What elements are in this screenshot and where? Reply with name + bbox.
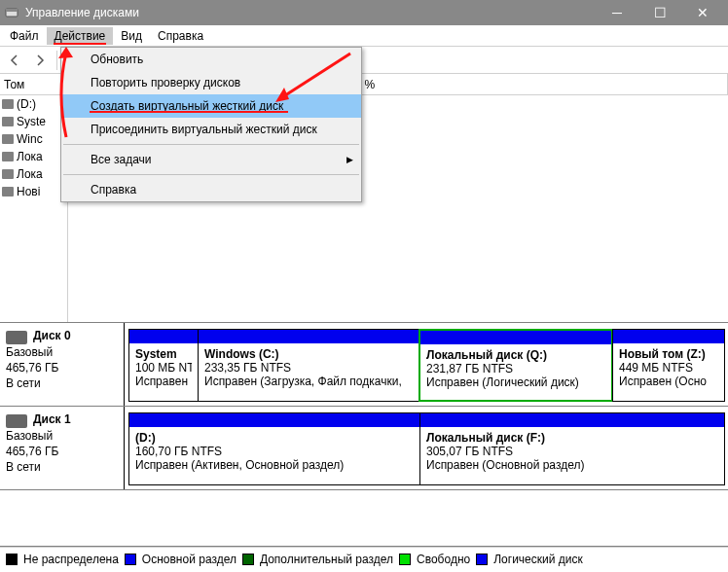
menu-refresh[interactable]: Обновить [61,48,361,71]
swatch-logical [476,554,488,565]
disk-map-pane: Диск 0 Базовый 465,76 ГБ В сети System10… [0,323,728,547]
annotation-underline [90,111,288,113]
cell-freepct: 76 % [302,165,728,183]
swatch-free [399,554,411,565]
disk-row-1: Диск 1 Базовый 465,76 ГБ В сети (D:)160,… [0,407,728,490]
partition-size: 160,70 ГБ NTFS [135,445,414,458]
disk-icon [6,414,27,428]
partition-system[interactable]: System100 МБ NTFИсправен (С [128,329,199,402]
partition-new-z[interactable]: Новый том (Z:)449 МБ NTFSИсправен (Осно [612,329,725,402]
legend: Не распределена Основной раздел Дополнит… [0,547,728,570]
close-button[interactable]: ✕ [681,0,724,25]
legend-extended: Дополнительный раздел [260,553,393,566]
app-icon [4,5,19,20]
partition-size: 100 МБ NTF [135,361,192,375]
menu-help[interactable]: Справка [150,27,211,45]
volume-row[interactable]: Лока [0,165,67,183]
volume-row[interactable]: Syste [0,113,67,130]
window-title: Управление дисками [25,6,596,19]
partition-name: (D:) [135,431,414,445]
partition-size: 449 МБ NTFS [619,361,718,375]
menu-view[interactable]: Вид [113,27,150,45]
partition-status: Исправен (Активен, Основной раздел) [135,458,414,472]
menu-all-tasks[interactable]: Все задачи [61,148,361,171]
volume-name-column: Том (D:) Syste Winc Лока Лока Нові [0,74,68,322]
maximize-button[interactable]: ☐ [638,0,681,25]
partition-bar [420,413,724,427]
partition-status: Исправен (Загрузка, Файл подкачки, [204,375,413,388]
disk-info[interactable]: Диск 1 Базовый 465,76 ГБ В сети [0,407,125,489]
menu-file[interactable]: Файл [2,27,47,45]
partition-bar [129,330,198,343]
menu-rescan[interactable]: Повторить проверку дисков [61,71,361,94]
back-button[interactable] [4,50,25,71]
partition-name: Локальный диск (Q:) [426,348,605,362]
menu-help-item[interactable]: Справка [61,178,361,201]
partition-container: System100 МБ NTFИсправен (С Windows (C:)… [125,323,728,406]
disk-info[interactable]: Диск 0 Базовый 465,76 ГБ В сети [0,323,125,406]
col-freepct[interactable]: Свободно % [302,74,728,94]
swatch-primary [125,554,136,565]
volume-row[interactable]: Нові [0,183,67,200]
menu-bar: Файл Действие Вид Справка [0,25,728,47]
cell-freepct: 28 % [302,148,728,165]
volume-icon [2,117,14,126]
menu-create-vhd[interactable]: Создать виртуальный жесткий диск [61,94,361,118]
partition-bar [420,331,611,344]
forward-button[interactable] [29,50,51,71]
menu-separator [63,174,359,175]
partition-name: Локальный диск (F:) [426,431,718,445]
annotation-underline [54,43,106,45]
volume-icon [2,152,14,161]
partition-bar [199,330,419,343]
cell-freepct: 71 % [302,95,728,113]
partition-status: Исправен (Логический диск) [426,375,605,389]
partition-bar [129,413,419,427]
swatch-unallocated [6,554,18,565]
volume-row[interactable]: Лока [0,148,67,165]
toolbar-separator [56,51,57,70]
volume-label: (D:) [17,97,36,111]
partition-d[interactable]: (D:)160,70 ГБ NTFSИсправен (Активен, Осн… [128,412,420,485]
disk-status: В сети [6,376,118,390]
volume-icon [2,187,14,197]
partition-size: 305,07 ГБ NTFS [426,445,718,458]
disk-name: Диск 0 [33,329,118,342]
partition-name: Новый том (Z:) [619,347,718,361]
disk-type: Базовый [6,429,118,443]
volume-label: Лока [17,150,43,163]
partition-local-f[interactable]: Локальный диск (F:)305,07 ГБ NTFSИсправе… [419,412,725,485]
partition-size: 231,87 ГБ NTFS [426,362,605,375]
disk-status: В сети [6,460,118,474]
partition-windows-c[interactable]: Windows (C:)233,35 ГБ NTFSИсправен (Загр… [198,329,419,402]
disk-icon [6,331,27,344]
partition-status: Исправен (Основной раздел) [426,458,718,472]
partition-container: (D:)160,70 ГБ NTFSИсправен (Активен, Осн… [125,407,728,489]
volume-icon [2,134,14,144]
menu-action[interactable]: Действие [47,27,114,45]
disk-row-0: Диск 0 Базовый 465,76 ГБ В сети System10… [0,323,728,407]
volume-row[interactable]: (D:) [0,95,67,113]
partition-name: System [135,347,192,361]
disk-size: 465,76 ГБ [6,445,118,458]
title-bar: Управление дисками ─ ☐ ✕ [0,0,728,25]
partition-name: Windows (C:) [204,347,413,361]
volume-row[interactable]: Winc [0,130,67,148]
legend-primary: Основной раздел [142,553,237,566]
volume-icon [2,169,14,179]
disk-size: 465,76 ГБ [6,361,118,375]
menu-attach-vhd[interactable]: Присоединить виртуальный жесткий диск [61,118,361,141]
volume-label: Лока [17,167,43,181]
minimize-button[interactable]: ─ [596,0,638,25]
swatch-extended [242,554,254,565]
volume-icon [2,99,14,109]
cell-freepct: 68 % [302,113,728,130]
menu-separator [63,144,359,145]
legend-free: Свободно [417,553,470,566]
disk-name: Диск 1 [33,412,118,426]
volume-label: Winc [17,132,43,146]
partition-local-q[interactable]: Локальный диск (Q:)231,87 ГБ NTFSИсправе… [419,329,613,402]
volume-header[interactable]: Том [0,74,67,95]
legend-logical: Логический диск [493,553,583,566]
disk-type: Базовый [6,345,118,359]
